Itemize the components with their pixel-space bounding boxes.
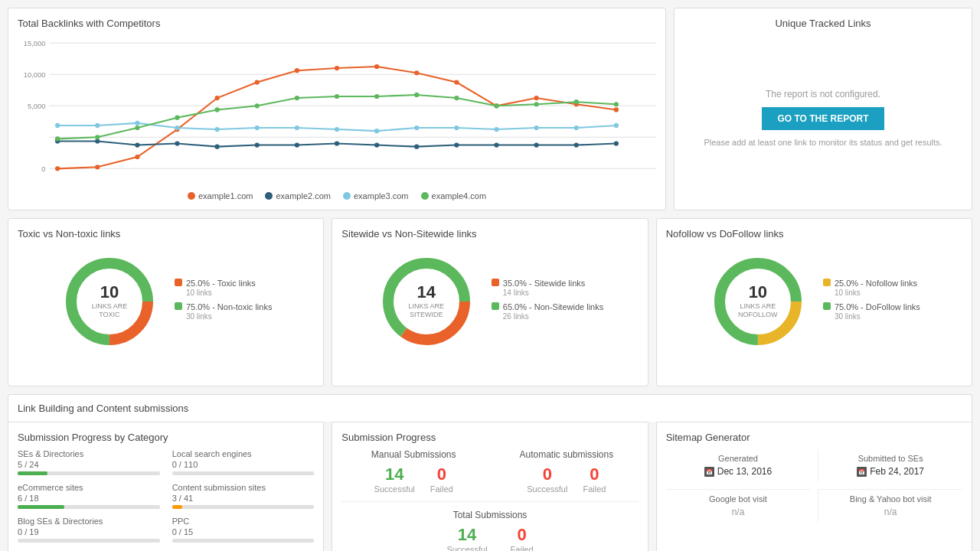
svg-point-68 [614,102,619,106]
sub-category-grid: SEs & Directories 5 / 24 Local search en… [18,449,314,544]
sub-cat-item-2: eCommerce sites 6 / 18 [18,483,160,510]
sitemap-submitted: Submitted to SEs 📅 Feb 24, 2017 [818,449,962,481]
toxic-legend-item-1: 25.0% - Toxic links [186,278,256,289]
sub-cat-item-5: PPC 0 / 15 [172,517,315,544]
svg-point-10 [95,165,100,169]
svg-point-60 [295,96,299,100]
svg-point-58 [214,107,219,112]
nofollow-number: 10 [733,284,782,301]
sitemap-generator-card: Sitemap Generator Generated 📅 Dec 13, 20… [656,422,972,551]
legend-example2: example2.com [276,191,331,201]
tracked-title: Unique Tracked Links [775,18,871,29]
sitewide-donut-card: Sitewide vs Non-Sitewide links 14 LINKS … [332,218,648,386]
svg-point-11 [135,155,139,159]
svg-point-64 [454,96,459,100]
svg-point-50 [494,127,498,132]
svg-point-35 [494,143,498,148]
svg-point-46 [335,127,339,132]
svg-point-49 [454,126,459,130]
legend-example1: example1.com [198,191,253,201]
sitemap-bing-bot: Bing & Yahoo bot visit n/a [818,489,962,522]
toxic-legend: 25.0% - Toxic links 10 links 75.0% - Non… [175,278,273,326]
svg-point-43 [214,127,219,132]
sitemap-generated: Generated 📅 Dec 13, 2016 [666,449,811,481]
toxic-legend-sub-1: 10 links [186,289,256,297]
sub-cat-item-1: Local search engines 0 / 110 [172,449,315,477]
svg-text:0: 0 [41,166,45,174]
sitewide-donut-chart: 14 LINKS ARE SITEWIDE [377,252,476,351]
calendar-icon-submitted: 📅 [857,467,867,477]
svg-point-30 [295,143,299,148]
go-to-report-button[interactable]: GO TO THE REPORT [762,107,884,130]
link-building-title: Link Building and Content submissions [18,403,188,414]
sub-cat-item-4: Blog SEs & Directories 0 / 19 [18,517,160,544]
legend-example4: example4.com [432,191,487,201]
nofollow-donut-card: Nofollow vs DoFollow links 10 LINKS ARE … [656,218,972,386]
svg-text:15,000: 15,000 [24,40,46,47]
svg-point-39 [55,123,60,128]
svg-point-44 [255,126,260,130]
tracked-sub-message: Please add at least one link to monitor … [704,138,942,147]
svg-point-15 [295,68,299,73]
svg-point-42 [175,126,179,130]
backlinks-chart: 15,000 10,000 5,000 0 [18,35,656,188]
submission-category-card: Submission Progress by Category SEs & Di… [8,422,324,551]
svg-point-21 [534,96,538,100]
calendar-icon-generated: 📅 [704,467,714,477]
link-building-section: Link Building and Content submissions Su… [8,394,972,551]
svg-point-38 [614,141,619,145]
svg-point-48 [414,126,419,130]
svg-point-28 [214,145,219,149]
legend-example3: example3.com [354,191,409,201]
svg-point-47 [374,129,379,133]
svg-point-56 [135,126,139,130]
svg-point-66 [534,102,538,106]
svg-point-61 [335,94,339,99]
svg-point-37 [574,143,579,148]
svg-point-51 [534,126,538,130]
svg-point-9 [55,166,60,171]
sitewide-label: LINKS ARE SITEWIDE [401,302,451,319]
svg-point-54 [55,136,60,141]
svg-point-34 [454,143,459,148]
nofollow-donut-chart: 10 LINKS ARE NOFOLLOW [708,252,808,351]
svg-point-27 [175,141,179,145]
sub-category-title: Submission Progress by Category [18,432,314,443]
sitewide-number: 14 [401,284,451,301]
svg-point-41 [135,121,139,126]
svg-point-52 [574,126,579,130]
svg-point-16 [335,66,339,70]
sitemap-google-bot: Google bot visit n/a [666,489,811,522]
toxic-donut-card: Toxic vs Non-toxic links 10 LINKS ARE TO… [8,218,324,386]
sitewide-legend: 35.0% - Sitewide links 14 links 65.0% - … [492,278,603,326]
sitemap-grid: Generated 📅 Dec 13, 2016 Submitted to SE… [666,449,962,522]
submission-progress-card: Submission Progress Manual Submissions 1… [332,422,648,551]
manual-submissions: Manual Submissions 14 Successful 0 Faile… [341,449,485,494]
svg-text:10,000: 10,000 [24,71,46,79]
svg-point-23 [614,107,619,112]
svg-point-65 [494,103,498,108]
sub-cat-item-3: Content submission sites 3 / 41 [172,483,315,510]
svg-point-33 [414,145,419,149]
sub-cat-item-0: SEs & Directories 5 / 24 [18,449,160,477]
svg-point-36 [534,143,538,148]
nofollow-legend: 25.0% - Nofollow links 10 links 75.0% - … [823,278,920,326]
toxic-label: LINKS ARE TOXIC [84,302,134,319]
svg-point-31 [335,141,339,145]
svg-point-55 [95,135,100,139]
svg-point-26 [135,143,139,148]
svg-point-40 [95,123,100,128]
svg-point-53 [614,123,619,128]
automatic-submissions: Automatic submissions 0 Successful 0 Fai… [495,449,639,494]
svg-point-59 [255,103,260,108]
svg-point-17 [374,64,379,69]
svg-point-29 [255,143,260,148]
svg-point-32 [374,143,379,148]
tracked-links-card: Unique Tracked Links The report is not c… [674,8,972,210]
submission-progress-grid: Manual Submissions 14 Successful 0 Faile… [341,449,638,494]
svg-text:5,000: 5,000 [28,103,45,110]
nofollow-title: Nofollow vs DoFollow links [666,228,962,240]
svg-point-45 [295,126,299,130]
svg-point-62 [374,94,379,99]
chart-legend: example1.com example2.com example3.com e… [18,191,656,201]
